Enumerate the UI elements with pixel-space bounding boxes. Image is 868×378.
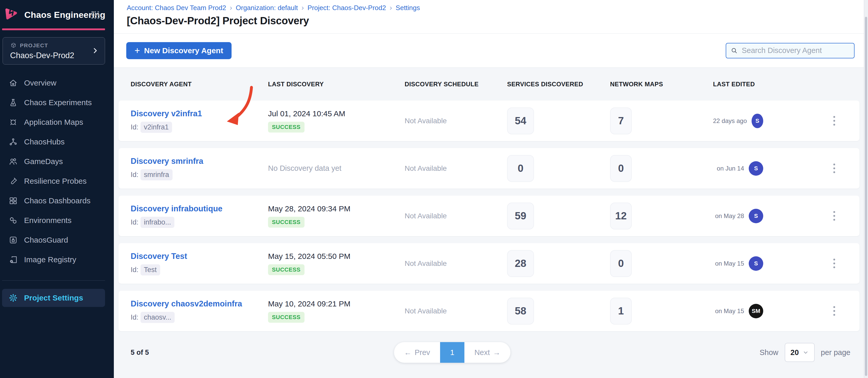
agent-id: Id:Test xyxy=(131,264,268,275)
sidebar-item-label: ChaosGuard xyxy=(24,236,68,244)
sidebar-header: Chaos Engineering xyxy=(0,0,114,28)
page-title: [Chaos-Dev-Prod2] Project Discovery xyxy=(127,15,868,27)
column-header-discovery-agent: DISCOVERY AGENT xyxy=(131,80,268,88)
sidebar-item-chaoshubs[interactable]: ChaosHubs xyxy=(0,132,114,152)
sidebar-item-label: Environments xyxy=(24,216,71,225)
sidebar-item-project-settings[interactable]: Project Settings xyxy=(2,289,105,307)
sidebar-item-overview[interactable]: Overview xyxy=(0,73,114,93)
discovery-schedule: Not Available xyxy=(405,260,507,268)
sidebar-item-chaosguard[interactable]: ChaosGuard xyxy=(0,230,114,250)
sidebar-item-environments[interactable]: Environments xyxy=(0,211,114,230)
avatar: S xyxy=(749,256,763,271)
agent-name-link[interactable]: Discovery smrinfra xyxy=(131,157,268,166)
agent-name-link[interactable]: Discovery infraboutique xyxy=(131,204,268,213)
last-discovery-date: May 28, 2024 09:34 PM xyxy=(268,204,350,213)
prev-page-button[interactable]: ← Prev xyxy=(394,342,440,363)
arrow-right-icon: → xyxy=(493,348,500,357)
sidebar-item-gamedays[interactable]: GameDays xyxy=(0,152,114,171)
sidebar-item-label: Chaos Experiments xyxy=(24,98,92,107)
breadcrumb-account[interactable]: Account: Chaos Dev Team Prod2 xyxy=(127,4,226,12)
status-badge: SUCCESS xyxy=(268,312,305,323)
scrollbar-thumb[interactable] xyxy=(865,17,867,376)
flask-icon xyxy=(8,98,18,107)
agent-id: Id:infrabo... xyxy=(131,217,268,228)
scrollbar-track[interactable] xyxy=(864,0,868,378)
sidebar-item-label: Application Maps xyxy=(24,118,83,127)
project-selector[interactable]: PROJECT Chaos-Dev-Prod2 xyxy=(3,37,105,65)
last-edited-text: on May 15 xyxy=(715,260,744,267)
last-discovery-date: Jul 01, 2024 10:45 AM xyxy=(268,109,345,118)
sidebar-item-chaos-dashboards[interactable]: Chaos Dashboards xyxy=(0,191,114,211)
agent-name-link[interactable]: Discovery chaosv2demoinfra xyxy=(131,299,268,309)
sidebar-item-resilience-probes[interactable]: Resilience Probes xyxy=(0,171,114,191)
column-header-discovery-schedule: DISCOVERY SCHEDULE xyxy=(405,80,507,88)
agent-id: Id:chaosv... xyxy=(131,312,268,323)
breadcrumb-organization[interactable]: Organization: default xyxy=(236,4,298,12)
network-maps-count: 0 xyxy=(610,250,632,277)
avatar: SM xyxy=(749,304,763,318)
sidebar-item-label: Overview xyxy=(24,78,56,87)
services-discovered-count: 0 xyxy=(507,155,534,182)
status-badge: SUCCESS xyxy=(268,122,305,133)
table-row: Discovery infraboutique Id:infrabo... Ma… xyxy=(119,196,860,236)
page-size-control: Show 20 per page xyxy=(760,343,860,362)
chevron-right-icon xyxy=(91,47,99,55)
discovery-schedule: Not Available xyxy=(405,164,507,173)
gear-icon xyxy=(8,293,18,303)
row-menu-kebab-icon[interactable] xyxy=(832,305,837,317)
services-discovered-count: 28 xyxy=(507,250,534,277)
agent-name-link[interactable]: Discovery Test xyxy=(131,252,268,261)
hexagons-icon xyxy=(8,216,18,225)
search-icon xyxy=(731,47,738,55)
cube-icon xyxy=(10,42,17,49)
app-switcher-grid-icon[interactable] xyxy=(90,10,100,20)
sidebar-item-image-registry[interactable]: Image Registry xyxy=(0,250,114,270)
network-maps-count: 0 xyxy=(610,155,632,182)
breadcrumb-project[interactable]: Project: Chaos-Dev-Prod2 xyxy=(308,4,386,12)
new-discovery-agent-button[interactable]: + New Discovery Agent xyxy=(126,42,231,59)
breadcrumb-separator: › xyxy=(301,4,304,12)
status-badge: SUCCESS xyxy=(268,217,305,228)
breadcrumb-separator: › xyxy=(390,4,392,12)
next-page-button[interactable]: Next → xyxy=(464,342,510,363)
services-discovered-count: 59 xyxy=(507,203,534,230)
new-discovery-agent-label: New Discovery Agent xyxy=(144,46,223,55)
search-input[interactable] xyxy=(742,46,850,55)
people-icon xyxy=(8,157,18,166)
project-label: PROJECT xyxy=(20,42,48,48)
sidebar-item-application-maps[interactable]: Application Maps xyxy=(0,112,114,132)
chaos-engineering-app: Chaos Engineering PROJECT Chaos-Dev-Prod… xyxy=(0,0,868,378)
sidebar-item-chaos-experiments[interactable]: Chaos Experiments xyxy=(0,93,114,112)
last-edited-text: 22 days ago xyxy=(713,117,747,125)
last-edited-text: on May 15 xyxy=(715,307,744,315)
page-size-select[interactable]: 20 xyxy=(785,343,815,362)
row-menu-kebab-icon[interactable] xyxy=(832,162,837,175)
current-page-button[interactable]: 1 xyxy=(440,342,464,363)
dashboard-icon xyxy=(8,196,18,205)
avatar: S xyxy=(749,161,763,176)
column-header-last-discovery: LAST DISCOVERY xyxy=(268,80,405,88)
services-discovered-count: 58 xyxy=(507,298,534,324)
last-edited-text: on May 28 xyxy=(715,212,744,219)
brand-divider xyxy=(2,28,105,30)
network-maps-count: 1 xyxy=(610,298,632,324)
agent-id-pill: v2infra1 xyxy=(141,122,172,133)
breadcrumb-settings[interactable]: Settings xyxy=(396,4,420,12)
per-page-label: per page xyxy=(821,348,851,357)
pagination-summary: 5 of 5 xyxy=(131,348,149,356)
chevron-down-icon xyxy=(803,349,809,355)
row-menu-kebab-icon[interactable] xyxy=(832,257,837,270)
breadcrumb-separator: › xyxy=(230,4,232,12)
last-discovery-date: No Discovery data yet xyxy=(268,164,342,173)
discovery-agent-table: DISCOVERY AGENT LAST DISCOVERY DISCOVERY… xyxy=(119,68,860,367)
search-box xyxy=(726,43,855,58)
sidebar-item-label: GameDays xyxy=(24,157,63,166)
agent-id-pill: chaosv... xyxy=(141,312,175,323)
row-menu-kebab-icon[interactable] xyxy=(832,210,837,222)
discovery-schedule: Not Available xyxy=(405,117,507,125)
project-name: Chaos-Dev-Prod2 xyxy=(10,51,74,60)
sidebar: Chaos Engineering PROJECT Chaos-Dev-Prod… xyxy=(0,0,114,378)
row-menu-kebab-icon[interactable] xyxy=(832,114,837,127)
chaos-engineering-logo-icon xyxy=(3,4,21,23)
agent-name-link[interactable]: Discovery v2infra1 xyxy=(131,109,268,118)
